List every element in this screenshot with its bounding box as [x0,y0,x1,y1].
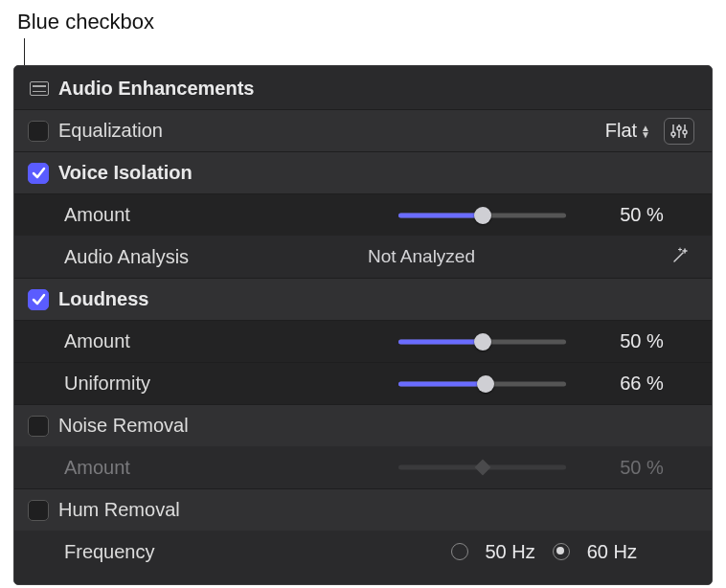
equalization-preset-value: Flat [605,120,637,142]
hum-60hz-label: 60 Hz [587,541,637,563]
voice-isolation-amount-row: Amount 50 % [14,193,712,236]
hum-frequency-radio-group: 50 Hz 60 Hz [451,541,638,563]
inspector-icon [30,81,49,96]
sliders-icon [670,124,688,139]
noise-removal-amount-slider [398,457,566,478]
voice-isolation-amount-slider[interactable] [398,205,566,226]
audio-enhancements-panel: Audio Enhancements Equalization Flat ▲▼ … [13,65,713,585]
equalization-preset-popup[interactable]: Flat ▲▼ [605,120,650,142]
loudness-uniformity-row: Uniformity 66 % [14,362,712,404]
loudness-amount-label: Amount [28,330,130,352]
loudness-uniformity-value[interactable]: 66 % [589,373,694,395]
hum-removal-row: Hum Removal [14,488,712,531]
loudness-label: Loudness [58,288,148,310]
noise-removal-row: Noise Removal [14,404,712,446]
noise-removal-label: Noise Removal [58,415,189,437]
loudness-amount-value[interactable]: 50 % [589,330,694,352]
magic-wand-icon [669,246,690,267]
voice-isolation-row: Voice Isolation [14,151,712,193]
panel-header: Audio Enhancements [14,74,712,109]
noise-removal-amount-value: 50 % [589,457,694,479]
panel-title: Audio Enhancements [58,78,254,100]
hum-frequency-label: Frequency [28,541,155,563]
hum-removal-label: Hum Removal [58,499,180,521]
audio-analysis-label: Audio Analysis [28,246,189,268]
audio-analysis-row: Audio Analysis Not Analyzed [14,236,712,278]
loudness-row: Loudness [14,278,712,320]
noise-removal-checkbox[interactable] [28,416,49,437]
hum-frequency-row: Frequency 50 Hz 60 Hz [14,531,712,573]
svg-line-6 [674,253,683,261]
equalization-checkbox[interactable] [28,121,49,142]
noise-removal-amount-label: Amount [28,457,130,479]
equalizer-button[interactable] [664,118,694,145]
equalization-label: Equalization [58,120,163,142]
voice-isolation-checkbox[interactable] [28,163,49,184]
hum-60hz-radio[interactable] [553,543,570,560]
callout-label: Blue checkbox [17,10,154,34]
hum-50hz-radio[interactable] [451,543,468,560]
chevron-updown-icon: ▲▼ [641,124,650,138]
voice-isolation-amount-label: Amount [28,204,130,226]
svg-point-3 [677,126,681,130]
loudness-uniformity-label: Uniformity [28,373,150,395]
svg-point-5 [683,130,687,134]
loudness-uniformity-slider[interactable] [398,373,566,395]
voice-isolation-label: Voice Isolation [58,162,193,184]
audio-analysis-status: Not Analyzed [189,246,654,267]
voice-isolation-amount-value[interactable]: 50 % [589,204,694,226]
noise-removal-amount-row: Amount 50 % [14,446,712,488]
svg-point-1 [671,132,675,136]
loudness-amount-row: Amount 50 % [14,320,712,362]
loudness-amount-slider[interactable] [398,331,566,352]
analyze-button[interactable] [664,241,694,272]
equalization-row: Equalization Flat ▲▼ [14,109,712,151]
hum-50hz-label: 50 Hz [486,541,535,563]
loudness-checkbox[interactable] [28,289,49,310]
hum-removal-checkbox[interactable] [28,500,49,521]
